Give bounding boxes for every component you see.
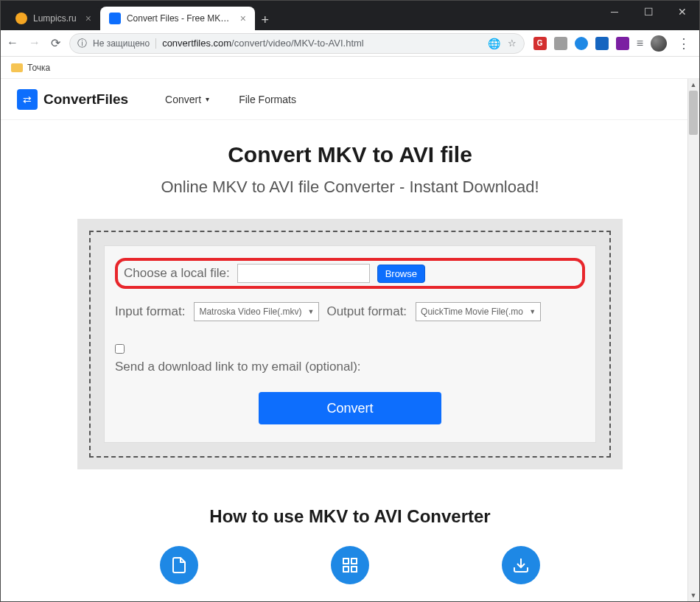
forward-button[interactable]: →: [29, 36, 41, 50]
svg-rect-0: [343, 559, 349, 564]
minimize-button[interactable]: ─: [598, 1, 631, 23]
back-button[interactable]: ←: [7, 36, 18, 50]
scroll-down-icon[interactable]: ▼: [687, 589, 699, 601]
output-format-label: Output format:: [326, 304, 407, 319]
browser-tab-active[interactable]: Convert Files - Free MKV to AVI c ×: [100, 7, 255, 30]
output-format-select[interactable]: QuickTime Movie File(.mo ▼: [416, 302, 541, 321]
converter-container: Choose a local file: Browse Input format…: [77, 219, 623, 469]
logo-text: ConvertFiles: [43, 91, 128, 108]
svg-rect-2: [351, 567, 357, 572]
profile-avatar[interactable]: [651, 35, 667, 52]
maximize-button[interactable]: ☐: [631, 1, 665, 23]
convert-button[interactable]: Convert: [259, 392, 441, 424]
email-checkbox[interactable]: [115, 344, 125, 354]
svg-rect-3: [343, 567, 349, 572]
playlist-icon[interactable]: ≡: [637, 37, 643, 50]
tab-title: Lumpics.ru: [33, 13, 77, 24]
browse-button[interactable]: Browse: [377, 265, 425, 283]
chevron-down-icon: ▼: [308, 308, 315, 315]
scrollbar[interactable]: ▲ ▼: [687, 79, 699, 601]
logo-icon: ⇄: [17, 89, 38, 110]
scroll-up-icon[interactable]: ▲: [687, 79, 699, 91]
chevron-down-icon: ▾: [206, 95, 209, 103]
step-file-icon: [160, 546, 198, 584]
choose-file-row: Choose a local file: Browse: [115, 258, 585, 289]
file-path-input[interactable]: [237, 264, 370, 283]
nav-file-formats[interactable]: File Formats: [239, 94, 296, 105]
nav-convert[interactable]: Convert ▾: [165, 94, 209, 105]
extension-icon[interactable]: [616, 37, 629, 50]
reload-button[interactable]: ⟳: [51, 36, 60, 50]
tab-title: Convert Files - Free MKV to AVI c: [127, 13, 231, 24]
chevron-down-icon: ▼: [529, 308, 536, 315]
extension-icon[interactable]: [595, 37, 609, 50]
close-window-button[interactable]: ✕: [665, 1, 699, 23]
folder-icon: [11, 63, 23, 72]
close-icon[interactable]: ×: [85, 13, 91, 24]
bookmark-item[interactable]: Точка: [27, 63, 50, 73]
svg-rect-1: [351, 559, 357, 564]
info-icon: ⓘ: [77, 37, 87, 50]
security-label: Не защищено: [93, 38, 156, 49]
close-icon[interactable]: ×: [240, 13, 246, 24]
address-bar[interactable]: ⓘ Не защищено convertfiles.com/convert/v…: [69, 33, 525, 54]
email-option-label: Send a download link to my email (option…: [115, 360, 585, 374]
extension-icon[interactable]: G: [533, 37, 547, 50]
choose-file-label: Choose a local file:: [124, 266, 230, 281]
favicon-icon: [109, 13, 121, 24]
step-grid-icon: [331, 546, 369, 584]
input-format-label: Input format:: [115, 304, 185, 319]
url-text: convertfiles.com/convert/video/MKV-to-AV…: [162, 38, 364, 49]
page-title: Convert MKV to AVI file: [1, 142, 699, 167]
howto-title: How to use MKV to AVI Converter: [1, 506, 699, 527]
browser-tab-inactive[interactable]: Lumpics.ru ×: [7, 7, 100, 30]
favicon-icon: [15, 13, 27, 24]
page-subtitle: Online MKV to AVI file Converter - Insta…: [1, 178, 699, 197]
star-icon[interactable]: ☆: [508, 38, 517, 49]
extension-icon[interactable]: [575, 37, 588, 50]
new-tab-button[interactable]: +: [255, 10, 276, 30]
site-logo[interactable]: ⇄ ConvertFiles: [17, 89, 128, 110]
translate-icon[interactable]: 🌐: [488, 38, 500, 49]
input-format-select[interactable]: Matroska Video File(.mkv) ▼: [194, 302, 319, 321]
step-download-icon: [502, 546, 540, 584]
chrome-menu-button[interactable]: ⋮: [674, 35, 693, 52]
extension-icon[interactable]: [554, 37, 567, 50]
scrollbar-thumb[interactable]: [689, 91, 698, 135]
